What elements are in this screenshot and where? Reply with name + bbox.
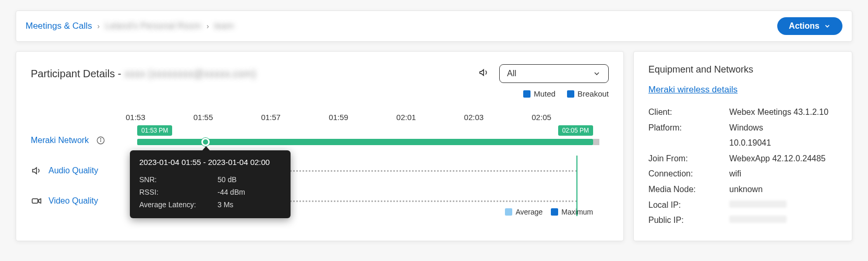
- breakout-swatch: [567, 90, 574, 98]
- svg-marker-3: [33, 168, 37, 174]
- info-icon[interactable]: [95, 136, 106, 145]
- timeline-chart: Meraki Network Audio Quality: [31, 113, 609, 216]
- meraki-network-link[interactable]: Meraki Network: [31, 136, 89, 145]
- x-tick: 01:59: [329, 113, 396, 125]
- x-axis: 01:53 01:55 01:57 01:59 02:01 02:03 02:0…: [135, 113, 609, 125]
- session-end-line: [576, 186, 577, 216]
- equipment-heading: Equipment and Networks: [648, 64, 837, 75]
- tooltip-range: 2023-01-04 01:55 - 2023-01-04 02:00: [139, 158, 281, 167]
- row-video: Video Quality: [31, 186, 135, 216]
- participant-details-card: Participant Details - xxxx (xxxxxxxx@xxx…: [16, 51, 624, 241]
- session-end-line: [576, 156, 577, 186]
- platform-label: Platform:: [648, 120, 729, 151]
- session-start-badge: 01:53 PM: [137, 125, 172, 136]
- average-swatch: [505, 208, 512, 216]
- client-value: Webex Meetings 43.1.2.10: [729, 104, 837, 120]
- localip-label: Local IP:: [648, 197, 729, 213]
- participant-name: xxxx (xxxxxxxx@xxxxx.com): [124, 68, 256, 80]
- svg-rect-4: [32, 199, 38, 203]
- chevron-down-icon: [824, 22, 831, 30]
- filter-selected: All: [507, 69, 516, 78]
- stat-legend: Average Maximum: [505, 208, 593, 216]
- actions-label: Actions: [789, 21, 819, 31]
- megaphone-icon[interactable]: [478, 67, 490, 80]
- camera-icon: [31, 196, 42, 206]
- row-meraki: Meraki Network: [31, 125, 135, 156]
- equipment-card: Equipment and Networks Meraki wireless d…: [633, 51, 852, 241]
- x-tick: 01:55: [194, 113, 261, 125]
- x-tick: 02:03: [464, 113, 532, 125]
- chevron-right-icon: ›: [207, 22, 209, 30]
- meraki-details-link[interactable]: Meraki wireless details: [648, 85, 738, 95]
- svg-marker-5: [39, 199, 41, 203]
- tooltip-latency-value: 3 Ms: [218, 199, 233, 211]
- x-tick: 01:53: [126, 113, 194, 125]
- row-audio: Audio Quality: [31, 156, 135, 186]
- breadcrumb: Meetings & Calls › Leland's Personal Roo…: [26, 21, 234, 31]
- tooltip-rssi-value: -44 dBm: [218, 186, 245, 199]
- datapoint-tooltip: 2023-01-04 01:55 - 2023-01-04 02:00 SNR:…: [130, 150, 291, 218]
- status-legend: Muted Breakout: [31, 89, 609, 98]
- connection-value: wifi: [729, 166, 837, 182]
- tooltip-snr-label: SNR:: [139, 174, 218, 186]
- audio-quality-link[interactable]: Audio Quality: [49, 166, 98, 175]
- tooltip-latency-label: Average Latency:: [139, 199, 218, 211]
- network-segment-tail: [593, 139, 599, 145]
- breadcrumb-level-3[interactable]: team: [214, 21, 234, 31]
- tooltip-pointer: [202, 146, 210, 150]
- platform-value: Windows10.0.19041: [729, 120, 837, 151]
- publicip-label: Public IP:: [648, 212, 729, 228]
- svg-point-2: [101, 138, 101, 139]
- speaker-icon: [31, 165, 42, 176]
- joinfrom-label: Join From:: [648, 151, 729, 167]
- average-label: Average: [515, 208, 542, 216]
- participant-title-prefix: Participant Details -: [31, 68, 121, 80]
- medianode-value: unknown: [729, 182, 837, 197]
- maximum-swatch: [551, 208, 558, 216]
- x-tick: 02:01: [396, 113, 464, 125]
- x-tick: 02:05: [532, 113, 599, 125]
- chevron-right-icon: ›: [98, 22, 100, 30]
- client-label: Client:: [648, 104, 729, 120]
- x-tick: 01:57: [261, 113, 329, 125]
- meraki-track[interactable]: 01:53 PM 02:05 PM 2023-01-04 01:55 - 202…: [135, 125, 609, 156]
- header-bar: Meetings & Calls › Leland's Personal Roo…: [16, 10, 852, 42]
- session-end-badge: 02:05 PM: [558, 125, 593, 136]
- actions-button[interactable]: Actions: [777, 17, 842, 35]
- chevron-down-icon: [593, 69, 601, 78]
- muted-swatch: [523, 90, 531, 98]
- joinfrom-value: WebexApp 42.12.0.24485: [729, 151, 837, 167]
- hover-marker[interactable]: [201, 138, 210, 146]
- publicip-value: [729, 212, 837, 228]
- participant-title: Participant Details - xxxx (xxxxxxxx@xxx…: [31, 68, 256, 80]
- medianode-label: Media Node:: [648, 182, 729, 197]
- tooltip-rssi-label: RSSI:: [139, 186, 218, 199]
- video-quality-link[interactable]: Video Quality: [49, 196, 98, 206]
- muted-label: Muted: [534, 89, 556, 98]
- filter-select[interactable]: All: [499, 64, 609, 83]
- breakout-label: Breakout: [577, 89, 609, 98]
- connection-label: Connection:: [648, 166, 729, 182]
- breadcrumb-root[interactable]: Meetings & Calls: [26, 21, 92, 31]
- tooltip-snr-value: 50 dB: [218, 174, 237, 186]
- breadcrumb-level-2[interactable]: Leland's Personal Room: [105, 21, 201, 31]
- localip-value: [729, 197, 837, 213]
